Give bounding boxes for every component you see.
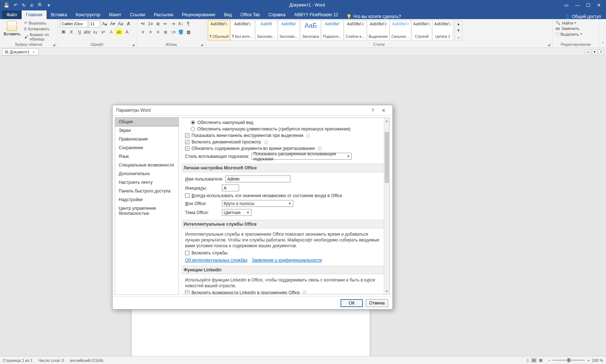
style-item[interactable]: АаБбВЗаголово… xyxy=(255,20,278,40)
read-mode-icon[interactable]: ▯ xyxy=(527,358,529,363)
status-lang[interactable]: английский (США) xyxy=(70,358,103,363)
share-button[interactable]: 👤Общий доступ xyxy=(560,14,606,19)
align-left-icon[interactable]: ≡ xyxy=(139,28,146,36)
ribbon-options-icon[interactable]: ▭ xyxy=(564,3,568,8)
subscript-icon[interactable]: x₂ xyxy=(92,28,99,36)
multilevel-icon[interactable]: ≣ xyxy=(154,20,162,27)
web-layout-icon[interactable]: ▦ xyxy=(539,358,543,363)
paste-button[interactable]: Вставить xyxy=(2,20,22,37)
cut-button[interactable]: ✂Вырезать xyxy=(23,20,55,26)
dialog-titlebar[interactable]: Параметры Word ? ✕ xyxy=(113,105,392,115)
tab-file[interactable]: Файл xyxy=(2,10,22,19)
select-button[interactable]: ⬚Выделить ▾ xyxy=(555,31,583,37)
username-input[interactable] xyxy=(225,176,290,182)
chk-always-use[interactable] xyxy=(185,194,189,198)
tab-review[interactable]: Рецензирование xyxy=(177,10,220,19)
link-about-intel[interactable]: Об интеллектуальных службах xyxy=(185,258,247,263)
change-case-icon[interactable]: Aa xyxy=(117,20,124,27)
view-close-icon[interactable]: × xyxy=(598,49,604,54)
tab-insert[interactable]: Вставка xyxy=(47,10,71,19)
tab-layout[interactable]: Макет xyxy=(105,10,126,19)
font-name-input[interactable] xyxy=(60,20,88,27)
view-dropdown-icon[interactable]: ▾ xyxy=(592,49,597,54)
shrink-font-icon[interactable]: A▾ xyxy=(109,20,116,27)
chk-linkedin[interactable] xyxy=(185,290,189,294)
zoom-value[interactable]: 100 % xyxy=(592,358,603,363)
initials-input[interactable] xyxy=(222,185,239,191)
status-page[interactable]: Страница 1 из 1 xyxy=(3,358,32,363)
align-right-icon[interactable]: ≡ xyxy=(154,28,162,36)
options-nav-item[interactable]: Сохранение xyxy=(115,143,179,152)
options-nav-item[interactable]: Надстройки xyxy=(115,195,179,204)
borders-icon[interactable]: ▦ xyxy=(185,28,192,36)
scroll-up-icon[interactable]: ▴ xyxy=(384,118,390,124)
maximize-icon[interactable]: ☐ xyxy=(586,3,590,8)
italic-icon[interactable]: К xyxy=(68,28,75,36)
underline-icon[interactable]: Ч xyxy=(76,28,83,36)
save-icon[interactable]: 💾 xyxy=(4,3,9,8)
replace-button[interactable]: abЗаменить xyxy=(555,26,583,31)
info-icon[interactable]: i xyxy=(306,134,310,138)
view-toggle-icon[interactable]: ▭ xyxy=(584,49,591,54)
decrease-indent-icon[interactable]: ⇤ xyxy=(162,20,169,27)
options-nav-item[interactable]: Дополнительно xyxy=(115,169,179,178)
undo-icon[interactable]: ↶ xyxy=(14,3,18,8)
styles-more-icon[interactable]: ⌄ xyxy=(455,34,462,40)
tab-view[interactable]: Вид xyxy=(220,10,236,19)
info-icon[interactable]: i xyxy=(264,140,268,144)
redo-icon[interactable]: ↻ xyxy=(22,3,26,8)
line-spacing-icon[interactable]: ↕≡ xyxy=(170,28,177,36)
style-item[interactable]: АаБбВвГг,¶ Без инте… xyxy=(230,20,255,40)
bullets-icon[interactable]: •≡ xyxy=(139,20,146,27)
doctab-1[interactable]: ▤Документ1× xyxy=(2,48,39,55)
font-color-icon[interactable]: A xyxy=(123,28,131,36)
styles-gallery[interactable]: АаБбВвГг,¶ ОбычныйАаБбВвГг,¶ Без инте…Аа… xyxy=(208,20,453,40)
sort-icon[interactable]: A↓ xyxy=(177,20,184,27)
bold-icon[interactable]: Ж xyxy=(60,28,67,36)
style-item[interactable]: АаБбВвГгСлабое в… xyxy=(344,20,367,40)
office-theme-combo[interactable]: Цветная▼ xyxy=(222,209,251,216)
options-nav-item[interactable]: Центр управления безопасностью xyxy=(115,204,179,218)
clipboard-launcher-icon[interactable]: ◢ xyxy=(53,43,55,46)
tab-finereader[interactable]: ABBYY FineReader 12 xyxy=(290,10,343,19)
text-effects-icon[interactable]: A xyxy=(107,28,115,36)
style-item[interactable]: АаБбВвГгСильное… xyxy=(390,20,412,40)
font-launcher-icon[interactable]: ◢ xyxy=(132,43,135,46)
options-nav-item[interactable]: Настроить ленту xyxy=(115,178,179,187)
cancel-button[interactable]: Отмена xyxy=(366,299,388,307)
tell-me[interactable]: 💡Что вы хотите сделать? xyxy=(343,14,405,19)
options-nav-item[interactable]: Язык xyxy=(115,152,179,161)
collapse-ribbon-icon[interactable]: ˄ xyxy=(602,41,604,46)
dialog-close-icon[interactable]: ✕ xyxy=(378,108,389,113)
paragraph-launcher-icon[interactable]: ◢ xyxy=(201,43,203,46)
find-button[interactable]: 🔍Найти ▾ xyxy=(555,20,583,26)
link-privacy[interactable]: Заявление о конфиденциальности xyxy=(252,258,322,263)
style-item[interactable]: АаБбВвГг,Строгий xyxy=(411,20,432,40)
tab-mailings[interactable]: Рассылки xyxy=(149,10,177,19)
grow-font-icon[interactable]: A▴ xyxy=(101,20,108,27)
clear-formatting-icon[interactable]: A̸ xyxy=(125,20,132,27)
doctab-close-icon[interactable]: × xyxy=(32,50,35,54)
office-bg-combo[interactable]: Круги и полосы▼ xyxy=(222,200,293,207)
zoom-in-icon[interactable]: + xyxy=(587,358,589,363)
chk-enable-services[interactable] xyxy=(185,251,189,255)
chk-live-preview[interactable] xyxy=(185,140,189,144)
show-marks-icon[interactable]: ¶ xyxy=(185,20,192,27)
styles-up-icon[interactable]: ▴ xyxy=(455,21,462,27)
options-nav-item[interactable]: Правописание xyxy=(115,135,179,143)
minimize-icon[interactable]: — xyxy=(575,3,580,8)
tooltip-style-combo[interactable]: Показывать расширенные всплывающие подск… xyxy=(251,153,352,160)
radio-best-appearance[interactable] xyxy=(191,120,195,125)
options-nav-item[interactable]: Экран xyxy=(115,126,179,135)
zoom-slider[interactable] xyxy=(553,360,585,361)
increase-indent-icon[interactable]: ⇥ xyxy=(170,20,177,27)
tab-references[interactable]: Ссылки xyxy=(126,10,149,19)
info-icon[interactable]: i xyxy=(303,290,307,294)
copy-button[interactable]: ⎘Копировать xyxy=(23,26,55,31)
align-center-icon[interactable]: ≡ xyxy=(147,28,154,36)
styles-down-icon[interactable]: ▾ xyxy=(455,27,462,34)
scroll-thumb[interactable] xyxy=(385,132,389,183)
styles-launcher-icon[interactable]: ◢ xyxy=(548,43,550,46)
highlight-icon[interactable]: ab xyxy=(115,28,123,36)
ok-button[interactable]: ОК xyxy=(341,299,363,307)
